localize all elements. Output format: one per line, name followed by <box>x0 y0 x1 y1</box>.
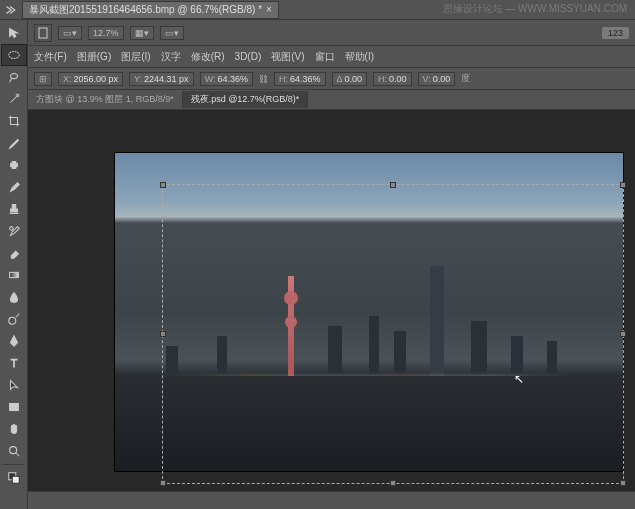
arrange-dropdown[interactable]: ▭▾ <box>58 26 82 40</box>
transform-info-bar: ⊞ X: 2056.00 px Y: 2244.31 px W: 64.36% … <box>28 68 635 90</box>
tool-sidebar <box>0 20 28 509</box>
h-field[interactable]: H: 64.36% <box>274 72 326 86</box>
gradient-tool[interactable] <box>1 264 27 286</box>
menu-select[interactable]: 修改(R) <box>191 50 225 64</box>
path-select-tool[interactable] <box>1 374 27 396</box>
svg-rect-9 <box>39 28 47 38</box>
menu-file[interactable]: 文件(F) <box>34 50 67 64</box>
skyline-graphic <box>115 306 623 376</box>
doc-tab-1[interactable]: 方图块 @ 13.9% 图层 1, RGB/8/9* <box>28 91 183 108</box>
stamp-tool[interactable] <box>1 198 27 220</box>
close-icon[interactable]: × <box>266 4 272 15</box>
blur-tool[interactable] <box>1 286 27 308</box>
angle-field[interactable]: Δ 0.00 <box>332 72 368 86</box>
marquee-tool[interactable] <box>1 44 27 66</box>
skew-v-field[interactable]: V: 0.00 <box>418 72 456 86</box>
type-tool[interactable] <box>1 352 27 374</box>
panel-toggle-icon[interactable] <box>4 4 16 16</box>
screen-dropdown[interactable]: ▭▾ <box>160 26 184 40</box>
wand-tool[interactable] <box>1 88 27 110</box>
y-field[interactable]: Y: 2244.31 px <box>129 72 194 86</box>
svg-point-4 <box>8 317 15 324</box>
status-bar <box>28 491 635 509</box>
menu-edit[interactable]: 图册(G) <box>77 50 111 64</box>
pen-tool[interactable] <box>1 330 27 352</box>
svg-rect-3 <box>9 272 18 277</box>
handle-bottom-mid[interactable] <box>390 480 396 486</box>
badge[interactable]: 123 <box>602 27 629 39</box>
svg-point-0 <box>8 52 19 59</box>
separator <box>3 464 24 465</box>
brush-tool[interactable] <box>1 176 27 198</box>
doc-icon[interactable] <box>34 24 52 42</box>
svg-rect-5 <box>9 404 18 411</box>
handle-bottom-left[interactable] <box>160 480 166 486</box>
doc-tab-2[interactable]: 残夜.psd @12.7%(RGB/8)* <box>183 91 309 108</box>
pearl-tower <box>288 276 294 376</box>
link-icon[interactable]: ⛓ <box>259 74 268 84</box>
canvas-area[interactable]: ↖ <box>28 110 635 491</box>
document-tab[interactable]: 暴风截图201551916464656.bmp @ 66.7%(RGB/8) *… <box>22 1 279 19</box>
svg-point-6 <box>9 447 16 454</box>
canvas-image[interactable] <box>114 152 624 472</box>
w-field[interactable]: W: 64.36% <box>200 72 253 86</box>
document-tab-strip: 方图块 @ 13.9% 图层 1, RGB/8/9* 残夜.psd @12.7%… <box>28 90 635 110</box>
menu-3d[interactable]: 3D(D) <box>235 51 262 62</box>
title-bar: 暴风截图201551916464656.bmp @ 66.7%(RGB/8) *… <box>0 0 635 20</box>
menu-bar: 文件(F) 图册(G) 图层(I) 汉字 修改(R) 3D(D) 视图(V) 窗… <box>28 46 635 68</box>
svg-point-2 <box>9 227 13 231</box>
lasso-tool[interactable] <box>1 66 27 88</box>
handle-bottom-right[interactable] <box>620 480 626 486</box>
skew-h-field[interactable]: H: 0.00 <box>373 72 412 86</box>
heal-tool[interactable] <box>1 154 27 176</box>
tall-tower <box>430 266 444 376</box>
view-dropdown[interactable]: ▦▾ <box>130 26 154 40</box>
zoom-dropdown[interactable]: 12.7% <box>88 26 124 40</box>
menu-view[interactable]: 视图(V) <box>271 50 304 64</box>
anchor-widget[interactable]: ⊞ <box>34 72 52 86</box>
menu-window[interactable]: 窗口 <box>315 50 335 64</box>
hand-tool[interactable] <box>1 418 27 440</box>
water <box>115 376 623 471</box>
document-title: 暴风截图201551916464656.bmp @ 66.7%(RGB/8) * <box>29 3 262 17</box>
dodge-tool[interactable] <box>1 308 27 330</box>
crop-tool[interactable] <box>1 110 27 132</box>
x-field[interactable]: X: 2056.00 px <box>58 72 123 86</box>
rectangle-tool[interactable] <box>1 396 27 418</box>
color-swatch[interactable] <box>1 467 27 489</box>
eyedropper-tool[interactable] <box>1 132 27 154</box>
menu-layer[interactable]: 图层(I) <box>121 50 150 64</box>
option-bar: ▭▾ 12.7% ▦▾ ▭▾ 123 <box>28 20 635 46</box>
menu-help[interactable]: 帮助(I) <box>345 50 374 64</box>
watermark: 思缘设计论坛 — WWW.MISSYUAN.COM <box>443 2 627 16</box>
menu-type[interactable]: 汉字 <box>161 50 181 64</box>
history-brush-tool[interactable] <box>1 220 27 242</box>
eraser-tool[interactable] <box>1 242 27 264</box>
unit-label: 度 <box>461 72 470 85</box>
zoom-tool[interactable] <box>1 440 27 462</box>
svg-rect-8 <box>12 476 19 483</box>
move-tool[interactable] <box>1 22 27 44</box>
